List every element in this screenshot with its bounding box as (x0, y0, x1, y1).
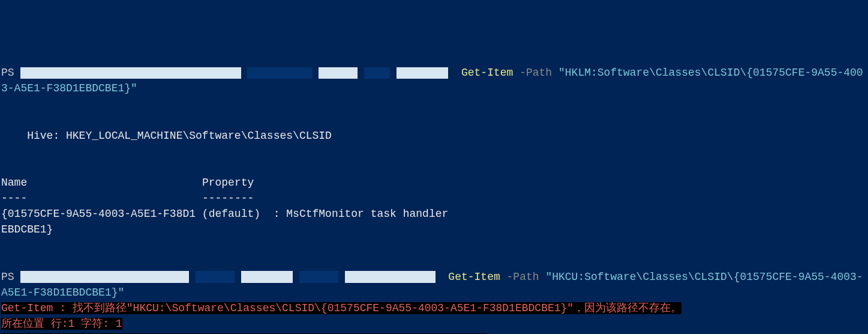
error-position: 所在位置 行:1 字符: 1 (1, 318, 122, 330)
error-message: Get-Item : 找不到路径"HKCU:\Software\Classes\… (1, 302, 681, 314)
redacted-path (364, 67, 390, 79)
hive-line: Hive: HKEY_LOCAL_MACHINE\Software\Classe… (1, 130, 332, 142)
redacted-path (397, 67, 448, 79)
col-dash: -------- (202, 192, 254, 204)
redacted-path (241, 271, 293, 283)
reg-row-line1: {01575CFE-9A55-4003-A5E1-F38D1 (default)… (1, 208, 448, 220)
prompt-ps: PS (1, 67, 20, 79)
redacted-path (299, 271, 338, 283)
col-dash: ---- (1, 192, 27, 204)
redacted-path (196, 271, 235, 283)
redacted-path (247, 67, 312, 79)
redacted-path (319, 67, 358, 79)
cmdlet-param: -Path (500, 271, 546, 283)
redacted-path (345, 271, 435, 283)
redacted-path (20, 67, 241, 79)
cmdlet-name: Get-Item (448, 271, 500, 283)
cmdlet-param: -Path (513, 67, 558, 79)
col-header-name: Name (1, 177, 27, 189)
redacted-path (20, 271, 189, 283)
reg-row-line2: EBDCBE1} (1, 223, 53, 235)
prompt-ps: PS (1, 271, 20, 283)
col-header-property: Property (202, 177, 254, 189)
terminal-output[interactable]: PS Get-Item -Path "HKLM:Software\Classes… (1, 65, 867, 334)
cmdlet-name: Get-Item (461, 67, 513, 79)
